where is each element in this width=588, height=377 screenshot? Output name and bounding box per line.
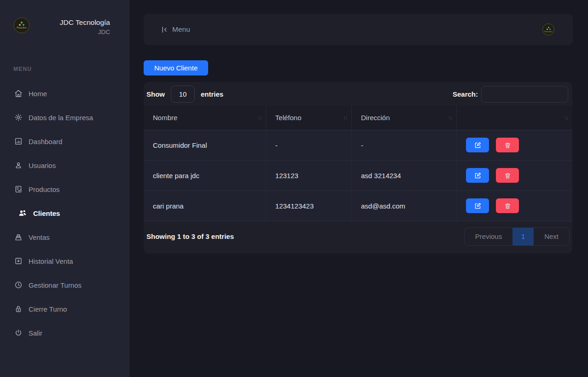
cell-nombre: Consumidor Final [144,130,266,160]
company-title: JDC Tecnología [29,18,110,27]
cell-actions [457,191,572,221]
edit-client-button[interactable] [466,138,489,152]
trash-icon [504,142,511,149]
edit-icon [474,203,481,209]
company-subtitle: JDC [29,29,110,35]
table-row: cliente para jdc 123123 asd 3214234 [144,160,572,191]
cell-direccion: asd@asd.com [352,191,457,221]
column-header-actions[interactable]: ↑↓ [457,106,572,130]
menu-toggle-label: Menu [172,25,190,34]
cell-nombre: cliente para jdc [144,160,266,191]
sidebar-item-historial-venta[interactable]: Historial Venta [0,249,129,273]
dashboard-icon [14,137,23,145]
sidebar-item-gestionar-turnos[interactable]: Gestionar Turnos [0,273,129,297]
archive-icon [14,257,23,265]
column-header-direccion[interactable]: Dirección↑↓ [352,106,457,130]
page-length-select[interactable]: 10 [171,86,195,103]
cell-nombre: cari prana [144,191,266,221]
table-controls: Show 10 entries Search: [144,82,572,106]
trash-icon [504,203,511,209]
sidebar-item-usuarios[interactable]: Usuarios [0,153,129,177]
search-label: Search: [453,90,478,98]
clients-table-card: Show 10 entries Search: Nombre↑↓ Teléfon… [144,82,572,254]
cell-telefono: 123123 [266,160,351,191]
product-list-icon [14,185,23,193]
brand: PosLibre JDC Tecnología JDC [0,0,129,35]
user-avatar[interactable]: PosLibre [542,23,554,35]
sidebar-item-label: Productos [29,186,60,193]
delete-client-button[interactable] [496,198,519,213]
column-header-telefono[interactable]: Teléfono↑↓ [266,106,351,130]
sidebar-item-salir[interactable]: Salir [0,321,129,345]
pagination-page-1-button[interactable]: 1 [512,228,534,245]
show-label: Show [146,90,165,98]
cell-actions [457,130,572,160]
poslibre-logo-icon: PosLibre [14,17,29,33]
home-icon [14,89,23,98]
cash-register-icon [14,233,23,241]
sort-icon[interactable]: ↑↓ [343,115,347,121]
power-icon [14,329,23,337]
delete-client-button[interactable] [496,138,519,152]
sidebar-item-datos-empresa[interactable]: Datos de la Empresa [0,105,129,129]
clients-icon [18,209,27,218]
collapse-sidebar-icon [161,26,169,34]
sort-icon[interactable]: ↑↓ [257,115,261,121]
pagination-previous-button[interactable]: Previous [465,228,512,245]
logo-label: PosLibre [17,26,26,29]
pagination-next-button[interactable]: Next [534,228,569,245]
sidebar-item-label: Ventas [29,233,50,241]
edit-client-button[interactable] [466,198,489,213]
avatar-logo-label: PosLibre [544,30,552,33]
clock-icon [14,281,23,289]
entries-info: Showing 1 to 3 of 3 entries [146,232,234,240]
user-icon [14,161,23,169]
sidebar-item-ventas[interactable]: Ventas [0,225,129,249]
topbar: Menu PosLibre [144,14,573,45]
sidebar-item-label: Datos de la Empresa [29,114,93,122]
table-header-row: Nombre↑↓ Teléfono↑↓ Dirección↑↓ ↑↓ [144,106,572,130]
cell-telefono: - [266,130,351,160]
sidebar-item-label: Cierre Turno [29,305,67,313]
cell-direccion: asd 3214234 [352,160,457,191]
table-footer: Showing 1 to 3 of 3 entries Previous 1 N… [144,221,572,254]
sidebar: PosLibre JDC Tecnología JDC MENU Home Da… [0,0,129,377]
sidebar-collapse-button[interactable]: Menu [161,25,190,34]
clients-table: Nombre↑↓ Teléfono↑↓ Dirección↑↓ ↑↓ Consu… [144,106,572,221]
sidebar-item-label: Historial Venta [29,257,73,265]
cell-direccion: - [352,130,457,160]
table-row: Consumidor Final - - [144,130,572,160]
main-content: Menu PosLibre Nuevo Cliente Show 10 entr… [129,0,588,377]
menu-section-label: MENU [0,66,129,72]
lock-icon [14,305,23,313]
gear-icon [14,113,23,122]
delete-client-button[interactable] [496,168,519,183]
sort-icon[interactable]: ↑↓ [448,115,452,121]
sidebar-item-clientes[interactable]: Clientes [0,201,129,225]
sidebar-nav: Home Datos de la Empresa Dashboard Usuar… [0,81,129,345]
edit-icon [474,142,481,149]
sidebar-item-label: Home [29,90,47,98]
sidebar-item-label: Usuarios [29,162,56,169]
sidebar-item-label: Salir [29,329,42,337]
column-header-nombre[interactable]: Nombre↑↓ [144,106,266,130]
sidebar-item-label: Gestionar Turnos [29,281,82,289]
sidebar-item-label: Dashboard [29,138,62,145]
sidebar-item-label: Clientes [33,209,60,217]
sidebar-item-cierre-turno[interactable]: Cierre Turno [0,297,129,321]
sort-icon[interactable]: ↑↓ [564,115,568,121]
trash-icon [504,172,511,179]
pagination: Previous 1 Next [464,227,570,246]
table-row: cari prana 1234123423 asd@asd.com [144,191,572,221]
sidebar-item-dashboard[interactable]: Dashboard [0,129,129,153]
sidebar-item-productos[interactable]: Productos [0,177,129,201]
cell-telefono: 1234123423 [266,191,351,221]
edit-icon [474,172,481,179]
entries-label: entries [201,90,223,98]
edit-client-button[interactable] [466,168,489,183]
sidebar-item-home[interactable]: Home [0,81,129,105]
new-client-button[interactable]: Nuevo Cliente [144,60,208,75]
cell-actions [457,160,572,191]
search-input[interactable] [481,86,568,103]
